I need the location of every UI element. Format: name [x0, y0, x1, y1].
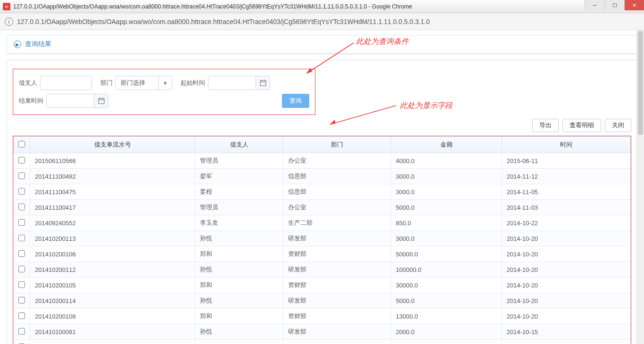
- table-row[interactable]: 201410200113孙悦研发部3000.02014-10-20: [14, 231, 631, 246]
- cell-amount: 5000.0: [391, 293, 502, 309]
- row-checkbox[interactable]: [18, 328, 25, 335]
- svg-rect-2: [260, 81, 266, 86]
- cell-borrower: 孙悦: [195, 293, 283, 309]
- table-header-row: 借支单流水号 借支人 部门 金额 时间: [14, 137, 631, 153]
- window-controls: ─ ☐ ✕: [585, 0, 644, 10]
- cell-serial: 201506110566: [30, 153, 195, 169]
- table-row[interactable]: 201506110566管理员办公室4000.02015-06-11: [14, 153, 631, 169]
- minimize-button[interactable]: ─: [585, 0, 604, 10]
- result-table-wrap: 借支单流水号 借支人 部门 金额 时间 201506110566管理员办公室40…: [13, 136, 631, 344]
- cell-serial: 201410100085: [30, 340, 195, 344]
- row-checkbox[interactable]: [18, 219, 25, 226]
- table-row[interactable]: 201410200114孙悦研发部5000.02014-10-20: [14, 293, 631, 309]
- cell-dept: 资财部: [283, 246, 391, 262]
- row-checkbox[interactable]: [18, 250, 25, 257]
- row-checkbox[interactable]: [18, 266, 25, 272]
- table-row[interactable]: 201410200106郑和资财部50000.02014-10-20: [14, 246, 631, 262]
- filter-box: 借支人 部门 部门选择 ▼ 起始时间 结束时间: [13, 69, 315, 115]
- col-serial: 借支单流水号: [30, 137, 195, 153]
- annotation-fields: 此处为显示字段: [400, 101, 453, 111]
- cell-amount: 1200.0: [391, 340, 502, 344]
- result-table: 借支单流水号 借支人 部门 金额 时间 201506110566管理员办公室40…: [13, 136, 631, 344]
- end-date-input[interactable]: [46, 94, 108, 108]
- cell-borrower: 管理员: [195, 153, 283, 169]
- chevron-down-icon: ▼: [158, 76, 172, 90]
- row-checkbox[interactable]: [18, 235, 25, 241]
- cell-dept: 研发部: [283, 324, 391, 340]
- select-all-checkbox[interactable]: [18, 141, 25, 147]
- start-date-field[interactable]: [208, 76, 256, 90]
- query-button[interactable]: 查询: [282, 94, 309, 108]
- calendar-icon[interactable]: [94, 94, 108, 107]
- detail-button[interactable]: 查看明细: [562, 119, 601, 132]
- table-row[interactable]: 201410200105郑和资财部30000.02014-10-20: [14, 278, 631, 293]
- cell-amount: 3000.0: [391, 184, 502, 200]
- cell-time: 2015-06-11: [502, 153, 630, 169]
- cell-time: 2014-10-20: [502, 293, 630, 309]
- cell-borrower: 郑和: [195, 278, 283, 293]
- row-checkbox[interactable]: [18, 312, 25, 319]
- cell-serial: 201409240552: [30, 215, 195, 231]
- cell-amount: 850.0: [391, 215, 502, 231]
- col-dept: 部门: [283, 137, 391, 153]
- cell-serial: 201410200112: [30, 262, 195, 278]
- favicon-icon: ∞: [3, 3, 10, 10]
- cell-dept: 信息部: [283, 184, 391, 200]
- maximize-button[interactable]: ☐: [604, 0, 624, 10]
- table-row[interactable]: 201411100417管理员办公室5000.02014-11-03: [14, 200, 631, 215]
- scrollbar[interactable]: [636, 30, 644, 344]
- cell-amount: 3000.0: [391, 169, 502, 184]
- borrower-input[interactable]: [40, 76, 92, 90]
- filter-dept: 部门 部门选择 ▼: [100, 76, 172, 90]
- filter-start: 起始时间: [181, 76, 270, 90]
- end-date-field[interactable]: [47, 94, 94, 107]
- filter-end-row: 结束时间 查询: [19, 94, 309, 108]
- cell-amount: 30000.0: [391, 278, 502, 293]
- chevron-right-icon[interactable]: ▶: [14, 41, 21, 48]
- start-date-input[interactable]: [208, 76, 270, 90]
- calendar-icon[interactable]: [256, 76, 270, 90]
- row-checkbox[interactable]: [18, 281, 25, 288]
- cell-serial: 201410200108: [30, 309, 195, 324]
- cell-dept: 资财部: [283, 309, 391, 324]
- table-row[interactable]: 201409240552李玉友生产二部850.02014-10-22: [14, 215, 631, 231]
- panel-header: ▶ 查询结果: [7, 35, 637, 54]
- cell-serial: 201410100081: [30, 324, 195, 340]
- cell-time: 2014-11-03: [502, 200, 630, 215]
- table-row[interactable]: 201411100482娄军信息部3000.02014-11-12: [14, 169, 631, 184]
- cell-borrower: 郑和: [195, 309, 283, 324]
- cell-time: 2014-10-22: [502, 215, 630, 231]
- info-icon[interactable]: i: [5, 17, 13, 26]
- row-checkbox[interactable]: [18, 204, 25, 210]
- cell-serial: 201410200106: [30, 246, 195, 262]
- cell-serial: 201411100482: [30, 169, 195, 184]
- close-button[interactable]: 关闭: [605, 119, 631, 132]
- cell-time: 2014-10-15: [502, 324, 630, 340]
- cell-time: 2014-10-13: [502, 340, 630, 344]
- scroll-thumb[interactable]: [638, 31, 643, 135]
- row-checkbox[interactable]: [18, 157, 25, 164]
- row-checkbox[interactable]: [18, 172, 25, 179]
- dept-label: 部门: [100, 79, 113, 87]
- table-row[interactable]: 201410100081孙悦研发部2000.02014-10-15: [14, 324, 631, 340]
- table-row[interactable]: 201410100085姜程信息部1200.02014-10-13: [14, 340, 631, 344]
- col-amount: 金额: [391, 137, 502, 153]
- dept-select[interactable]: 部门选择 ▼: [116, 76, 172, 90]
- cell-amount: 3000.0: [391, 231, 502, 246]
- close-window-button[interactable]: ✕: [624, 0, 644, 10]
- dept-select-text: 部门选择: [116, 79, 158, 87]
- cell-time: 2014-10-20: [502, 262, 630, 278]
- table-row[interactable]: 201411100475姜程信息部3000.02014-11-05: [14, 184, 631, 200]
- table-row[interactable]: 201410200108郑和资财部13000.02014-10-20: [14, 309, 631, 324]
- url-text[interactable]: 127.0.0.1/OAapp/WebObjects/OAapp.woa/wo/…: [17, 18, 430, 25]
- window-title: 127.0.0.1/OAapp/WebObjects/OAapp.woa/wo/…: [13, 3, 412, 10]
- row-checkbox[interactable]: [18, 297, 25, 303]
- export-button[interactable]: 导出: [532, 119, 559, 132]
- row-checkbox[interactable]: [18, 188, 25, 195]
- cell-amount: 50000.0: [391, 246, 502, 262]
- cell-dept: 办公室: [283, 153, 391, 169]
- table-row[interactable]: 201410200112孙悦研发部100000.02014-10-20: [14, 262, 631, 278]
- borrower-label: 借支人: [19, 79, 37, 87]
- cell-time: 2014-10-20: [502, 246, 630, 262]
- panel-title: 查询结果: [25, 40, 51, 49]
